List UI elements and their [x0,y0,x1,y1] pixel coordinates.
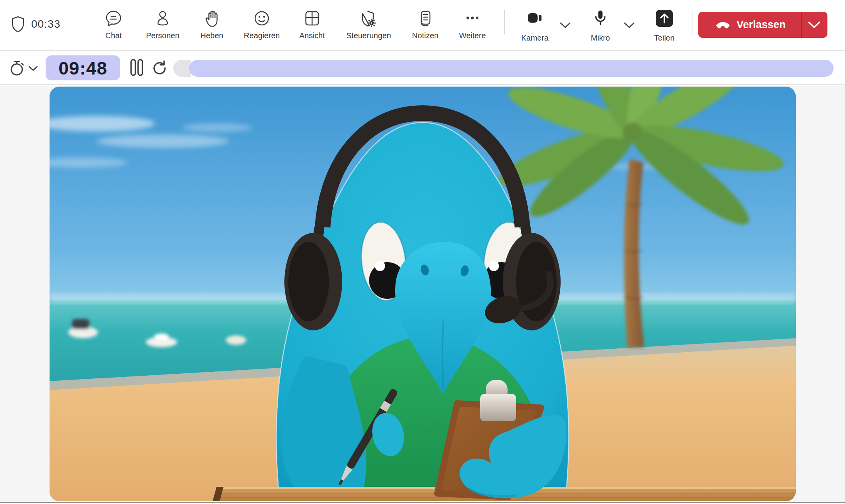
ellipsis-icon [463,9,481,29]
hangup-phone-icon [715,20,731,30]
meeting-elapsed-time: 00:33 [31,18,60,30]
restart-icon [151,59,167,76]
share-label: Teilen [637,34,692,43]
meeting-toolbar: 00:33 Chat Personen Heben [0,0,845,51]
leave-label: Verlassen [737,19,786,31]
chat-label: Chat [105,31,122,40]
countdown-display: 09:48 [46,55,120,80]
countdown-value: 09:48 [59,57,107,79]
chat-button[interactable]: Chat [89,6,138,47]
camera-options-chevron-icon[interactable] [559,22,571,29]
beach-parrot-scene [50,87,796,501]
timer-restart-button[interactable] [151,59,167,77]
person-icon [154,9,172,29]
share-up-arrow-icon [655,9,674,29]
view-button[interactable]: Ansicht [288,6,336,47]
grid-window-icon [303,9,321,29]
microphone-label: Mikro [573,34,628,43]
toolbar-divider-2 [692,10,692,34]
people-label: Personen [146,31,179,40]
timer-menu-button[interactable] [9,59,27,78]
timer-pause-button[interactable] [130,59,144,78]
raise-hand-label: Heben [201,31,224,40]
microphone-icon [591,9,609,29]
meeting-stage [0,86,845,504]
leave-button[interactable]: Verlassen [698,12,827,38]
raised-hand-icon [203,9,221,29]
people-button[interactable]: Personen [138,6,187,47]
progress-remaining [189,60,834,77]
more-button[interactable]: Weitere [448,6,497,47]
notes-label: Notizen [412,31,438,40]
timer-menu-chevron-icon[interactable] [28,66,38,72]
pause-icon [130,59,144,76]
teams-meeting-window: 00:33 Chat Personen Heben [0,0,845,504]
shield-gear-icon [360,9,378,29]
window-bottom-edge [0,502,845,503]
leave-split-divider [801,12,802,38]
security-timer-group: 00:33 [11,16,60,33]
video-camera-icon [527,9,545,29]
controls-button[interactable]: Steuerungen [344,6,393,47]
stopwatch-icon [9,59,27,78]
gear-glyph [368,19,375,27]
view-label: Ansicht [299,31,325,40]
react-label: Reagieren [244,31,280,40]
smiley-icon [253,9,271,29]
countdown-timer-bar: 09:48 [0,51,845,85]
controls-label: Steuerungen [346,31,391,40]
progress-elapsed [173,60,191,77]
shield-icon [11,16,25,33]
leave-options-chevron-icon[interactable] [807,21,822,29]
react-button[interactable]: Reagieren [238,6,286,47]
timer-progress-bar [173,60,834,77]
notepad-icon [416,9,434,29]
clip-metal [480,394,516,421]
microphone-options-chevron-icon[interactable] [623,22,635,29]
participant-video[interactable] [50,87,796,501]
chat-bubble-icon [105,9,122,29]
toolbar-divider [504,10,505,34]
camera-label: Kamera [508,34,562,43]
raise-hand-button[interactable]: Heben [188,6,236,47]
more-label: Weitere [459,31,486,40]
notes-button[interactable]: Notizen [401,6,449,47]
